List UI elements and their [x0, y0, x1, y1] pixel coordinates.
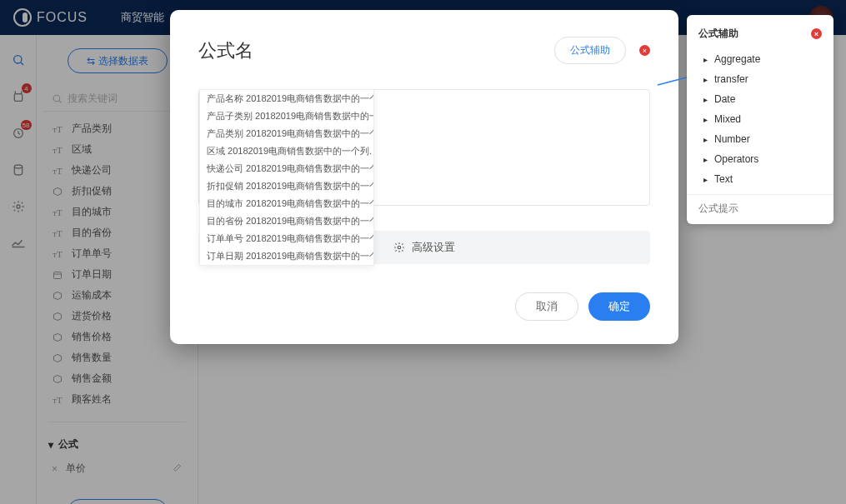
- helper-category-label: transfer: [714, 73, 748, 85]
- advanced-label: 高级设置: [412, 240, 455, 255]
- suggestion-item[interactable]: 快递公司 20182019电商销售数据中的一个列.: [200, 160, 373, 177]
- dialog-footer: 取消 确定: [198, 292, 650, 321]
- formula-helper-panel: 公式辅助 × AggregatetransferDateMixedNumberO…: [687, 15, 833, 224]
- close-icon[interactable]: ×: [811, 28, 822, 39]
- svg-point-11: [398, 246, 401, 249]
- dialog-title: 公式名: [198, 38, 253, 63]
- helper-category-label: Date: [714, 93, 735, 105]
- suggestion-item[interactable]: 订单日期 20182019电商销售数据中的一个列.: [200, 247, 373, 265]
- helper-category-label: Text: [714, 173, 733, 185]
- helper-category[interactable]: Text: [693, 169, 827, 189]
- helper-hint: 公式提示: [687, 194, 833, 216]
- close-icon[interactable]: ×: [639, 45, 650, 56]
- formula-editor[interactable]: 产品名称 20182019电商销售数据中的一个列.产品子类别 20182019电…: [198, 89, 650, 206]
- suggestion-item[interactable]: 产品子类别 20182019电商销售数据中的一个列.: [200, 107, 373, 125]
- helper-category[interactable]: Number: [693, 129, 827, 149]
- helper-category-label: Mixed: [714, 113, 741, 125]
- suggestion-item[interactable]: 订单单号 20182019电商销售数据中的一个列.: [200, 230, 373, 247]
- helper-category-list: AggregatetransferDateMixedNumberOperator…: [687, 49, 833, 189]
- suggestion-item[interactable]: 区域 20182019电商销售数据中的一个列.: [200, 142, 373, 160]
- formula-assist-button[interactable]: 公式辅助: [554, 37, 626, 64]
- ok-button[interactable]: 确定: [588, 292, 650, 321]
- cancel-button[interactable]: 取消: [515, 292, 578, 321]
- gear-icon: [393, 242, 405, 253]
- suggestion-popup: 产品名称 20182019电商销售数据中的一个列.产品子类别 20182019电…: [199, 89, 374, 266]
- helper-header: 公式辅助 ×: [687, 27, 833, 49]
- helper-category[interactable]: Date: [693, 89, 827, 109]
- helper-category[interactable]: transfer: [693, 69, 827, 89]
- suggestion-item[interactable]: 折扣促销 20182019电商销售数据中的一个列.: [200, 177, 373, 195]
- helper-category[interactable]: Mixed: [693, 109, 827, 129]
- suggestion-item[interactable]: 产品类别 20182019电商销售数据中的一个列.: [200, 125, 373, 142]
- helper-category-label: Number: [714, 133, 750, 145]
- helper-category-label: Operators: [714, 153, 758, 165]
- suggestion-item[interactable]: 目的省份 20182019电商销售数据中的一个列.: [200, 212, 373, 230]
- suggestion-item[interactable]: 产品名称 20182019电商销售数据中的一个列.: [200, 90, 373, 107]
- helper-category[interactable]: Operators: [693, 149, 827, 169]
- helper-category[interactable]: Aggregate: [693, 49, 827, 69]
- formula-dialog: 公式名 公式辅助 × 产品名称 20182019电商销售数据中的一个列.产品子类…: [170, 10, 678, 344]
- helper-category-label: Aggregate: [714, 53, 760, 65]
- helper-title: 公式辅助: [698, 27, 738, 41]
- dialog-header: 公式名 公式辅助 ×: [198, 37, 650, 64]
- suggestion-item[interactable]: 目的城市 20182019电商销售数据中的一个列.: [200, 195, 373, 212]
